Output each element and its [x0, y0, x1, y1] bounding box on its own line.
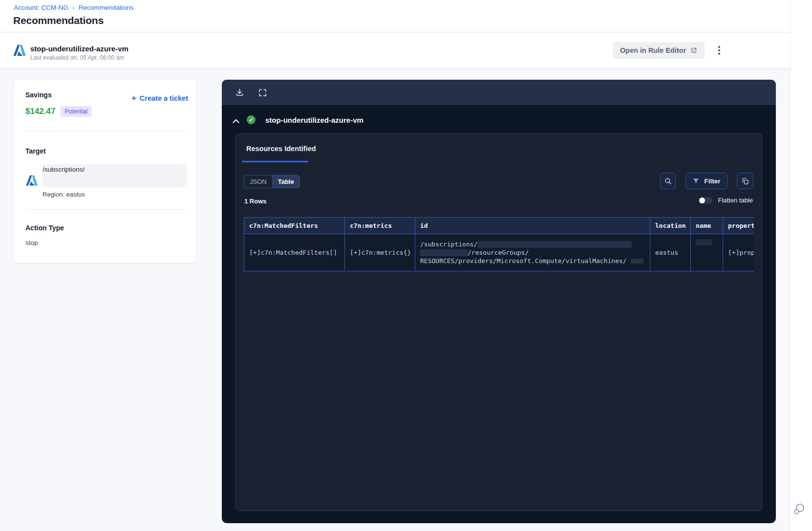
savings-amount: $142.47: [25, 107, 55, 116]
success-check-icon: ✓: [247, 115, 256, 124]
target-path-redacted-block: /subscriptions/: [43, 164, 187, 187]
tab-resources-identified[interactable]: Resources Identified: [246, 145, 316, 153]
azure-icon: [13, 44, 26, 57]
flatten-table-toggle[interactable]: [699, 197, 712, 204]
chat-support-icon[interactable]: [793, 503, 806, 515]
id-line2: /resourceGroups/: [468, 248, 529, 257]
redacted-name: [696, 239, 712, 245]
column-header-id: id: [415, 218, 650, 234]
fullscreen-icon[interactable]: [257, 87, 268, 98]
view-mode-json[interactable]: JSON: [244, 176, 273, 188]
recommendation-summary-card: Savings + Create a ticket $142.47 Potent…: [13, 79, 196, 263]
redacted-resource-group-prefix: [420, 249, 468, 256]
rows-count: 1 Rows: [244, 198, 267, 205]
rule-output-panel: ✓ stop-underutilized-azure-vm Resources …: [222, 80, 776, 523]
id-line3: RESOURCES/providers/Microsoft.Compute/vi…: [420, 257, 627, 265]
action-type-value: stop: [25, 239, 38, 246]
column-header-metrics: c7n:metrics: [345, 218, 415, 234]
expand-matched-filters[interactable]: [+]c7n:MatchedFilters[]: [249, 249, 337, 256]
column-header-matched-filters: c7n:MatchedFilters: [244, 218, 345, 234]
copy-button[interactable]: [737, 173, 753, 189]
divider: [25, 209, 187, 210]
potential-badge: Potential: [61, 106, 91, 117]
view-mode-toggle: JSON Table: [244, 175, 300, 188]
column-header-name: name: [691, 218, 723, 234]
open-in-rule-editor-button[interactable]: Open in Rule Editor: [613, 42, 705, 59]
create-ticket-label: Create a ticket: [140, 94, 188, 102]
view-mode-table[interactable]: Table: [273, 176, 299, 188]
target-path: /subscriptions/: [43, 164, 187, 173]
expand-properties[interactable]: [+]properties{}: [728, 249, 754, 256]
cell-location: eastus: [650, 234, 691, 271]
search-button[interactable]: [660, 173, 676, 189]
cell-name: [691, 234, 723, 271]
redacted-vm-name: [631, 259, 643, 264]
resources-table: c7n:MatchedFilters c7n:metrics id locati…: [244, 217, 754, 271]
resources-identified-panel: Resources Identified JSON Table Filter: [235, 133, 762, 511]
filter-button[interactable]: Filter: [685, 173, 727, 189]
breadcrumb-recommendations-link[interactable]: Recommendations: [79, 4, 134, 11]
flatten-table-label: Flatten table: [718, 197, 753, 204]
chevron-right-icon: ›: [72, 4, 75, 11]
open-in-rule-editor-label: Open in Rule Editor: [620, 46, 686, 54]
rule-header: stop-underutilized-azure-vm Last evaluat…: [0, 33, 790, 68]
action-type-label: Action Type: [25, 224, 64, 232]
cell-id: /subscriptions/ /resourceGroups/ RESOURC…: [415, 234, 650, 271]
expand-metrics[interactable]: [+]c7n:metrics{}: [350, 249, 411, 256]
breadcrumb: Account: CCM-NG › Recommendations: [14, 4, 133, 11]
cell-properties: [+]properties{}: [723, 234, 754, 271]
cell-matched-filters: [+]c7n:MatchedFilters[]: [244, 234, 345, 271]
redacted-subscription-id: [477, 241, 632, 248]
filter-funnel-icon: [692, 177, 700, 185]
page-header: Account: CCM-NG › Recommendations Recomm…: [0, 0, 790, 32]
cell-metrics: [+]c7n:metrics{}: [345, 234, 415, 271]
column-header-location: location: [650, 218, 691, 234]
target-region: Region: eastus: [43, 191, 85, 198]
page-title: Recommendations: [13, 15, 104, 26]
active-tab-underline: [242, 161, 308, 162]
download-icon[interactable]: [234, 87, 245, 98]
rule-last-evaluated: Last evaluated on: 09 Apr, 06:00 am: [30, 54, 124, 61]
viewer-rule-title: stop-underutilized-azure-vm: [265, 116, 363, 124]
viewer-toolbar: [222, 80, 776, 105]
plus-icon: +: [131, 95, 136, 102]
resources-table-container[interactable]: c7n:MatchedFilters c7n:metrics id locati…: [244, 217, 754, 272]
filter-button-label: Filter: [704, 177, 720, 185]
column-header-properties: properties: [723, 218, 754, 234]
table-header-row: c7n:MatchedFilters c7n:metrics id locati…: [244, 218, 754, 234]
azure-icon: [25, 174, 38, 187]
collapse-chevron-up-icon[interactable]: [232, 117, 240, 125]
savings-label: Savings: [25, 91, 52, 99]
target-label: Target: [25, 147, 46, 155]
id-line1: /subscriptions/: [420, 240, 477, 248]
rule-name: stop-underutilized-azure-vm: [30, 44, 128, 53]
more-options-kebab-icon[interactable]: [713, 44, 725, 56]
create-ticket-button[interactable]: + Create a ticket: [131, 94, 188, 102]
right-rail: [790, 0, 812, 531]
divider: [25, 131, 187, 132]
table-row: [+]c7n:MatchedFilters[] [+]c7n:metrics{}…: [244, 234, 754, 271]
breadcrumb-account-link[interactable]: Account: CCM-NG: [14, 4, 68, 11]
external-link-icon: [690, 47, 697, 54]
